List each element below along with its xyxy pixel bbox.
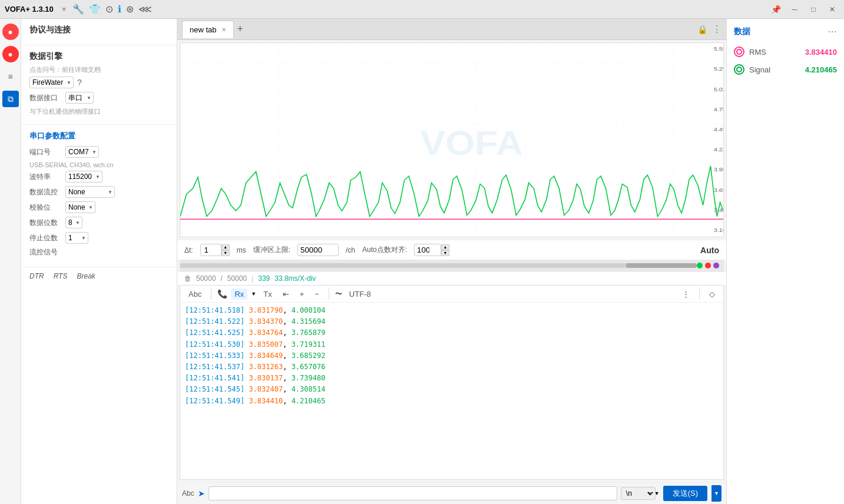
- shirt-icon[interactable]: 👕: [89, 4, 101, 15]
- sidebar-section-connection: 协议与连接: [21, 19, 177, 45]
- auto-align-down[interactable]: ▼: [441, 250, 449, 256]
- right-panel: 数据 ⋯ RMS 3.834410 Signal 4.210465: [726, 19, 844, 504]
- minus-button[interactable]: −: [311, 289, 323, 300]
- monitor-icon[interactable]: ≡: [2, 68, 19, 85]
- toolbar-sep-2: [329, 288, 329, 300]
- tab-lock-icon[interactable]: 🔒: [697, 25, 707, 34]
- input-bar: Abc ➤ \n \r\n None ▼ 发送(S) ▼: [177, 482, 726, 504]
- win-controls: 📌 ─ □ ✕: [769, 2, 839, 16]
- engine-label: 数据引擎: [29, 51, 168, 62]
- monitor-more-button[interactable]: ⋮: [678, 289, 693, 300]
- minimize-button[interactable]: ─: [787, 2, 802, 16]
- pin-button[interactable]: 📌: [769, 2, 783, 16]
- stopbits-select[interactable]: 1 1.52: [65, 232, 88, 244]
- input-arrow-icon[interactable]: ➤: [198, 489, 205, 498]
- clear-button[interactable]: ◇: [706, 289, 719, 300]
- engine-row: FireWater JustFloat RawData ?: [29, 77, 168, 88]
- camera-icon[interactable]: ⊙: [105, 4, 113, 15]
- interface-select[interactable]: 串口 TCP UDP: [65, 92, 94, 104]
- newline-select[interactable]: \n \r\n None: [621, 487, 656, 500]
- connection-icon[interactable]: ●: [2, 24, 19, 40]
- title-sep: ▼: [61, 5, 68, 14]
- auto-align-up[interactable]: ▲: [441, 244, 449, 250]
- baud-select[interactable]: 115200 9600 230400: [65, 171, 102, 183]
- log-val1-5: 3.831263: [249, 363, 283, 371]
- right-panel-more-button[interactable]: ⋯: [828, 26, 837, 37]
- tab-more-icon[interactable]: ⋮: [712, 24, 721, 35]
- log-line-7: [12:51:41.545] 3.832407, 4.308514: [185, 384, 719, 395]
- delta-t-down[interactable]: ▼: [221, 250, 230, 256]
- svg-point-24: [737, 49, 742, 54]
- status-sep1: /: [220, 274, 222, 283]
- buffer-unit: /ch: [346, 246, 355, 254]
- port-select-wrap: COM7 COM1 COM3: [65, 146, 99, 158]
- arrows-icon[interactable]: ⋘: [138, 4, 152, 15]
- encoding-button[interactable]: UTF-8: [346, 289, 375, 300]
- engine-help-button[interactable]: ?: [77, 78, 82, 87]
- rx-dropdown-icon[interactable]: ▼: [251, 291, 256, 297]
- tabbar: new tab ✕ + 🔒 ⋮: [177, 19, 726, 40]
- input-abc-label: Abc: [182, 489, 194, 498]
- port-select[interactable]: COM7 COM1 COM3: [65, 146, 99, 158]
- tab-close-button[interactable]: ✕: [221, 26, 226, 33]
- log-time-1: [12:51:41.522]: [185, 317, 244, 326]
- log-val1-3: 3.835007: [249, 340, 283, 349]
- log-val1-8: 3.834410: [249, 397, 283, 405]
- rx-button[interactable]: Rx: [231, 289, 247, 300]
- format-icon-button[interactable]: ⇤: [279, 289, 293, 300]
- delta-t-up[interactable]: ▲: [221, 244, 230, 250]
- scroll-thumb[interactable]: [626, 263, 697, 268]
- info-icon[interactable]: ℹ: [118, 4, 121, 15]
- wrench-icon[interactable]: 🔧: [72, 4, 84, 15]
- databits-select[interactable]: 8 567: [65, 217, 82, 228]
- log-val1-1: 3.834370: [249, 317, 283, 326]
- log-val1-0: 3.831790: [249, 306, 283, 314]
- close-button[interactable]: ✕: [825, 2, 839, 16]
- record-icon[interactable]: ●: [2, 46, 19, 62]
- log-time-5: [12:51:41.537]: [185, 363, 244, 371]
- layers-icon[interactable]: ⧉: [2, 91, 19, 107]
- fingerprint-icon[interactable]: ⊛: [126, 4, 134, 15]
- maximize-button[interactable]: □: [806, 2, 820, 16]
- signal-ring-icon: [736, 66, 743, 73]
- new-tab-button[interactable]: +: [237, 23, 244, 35]
- svg-text:3.695: 3.695: [714, 187, 723, 193]
- sidebar-section-serial: 串口参数配置 端口号 COM7 COM1 COM3 USB-SERIAL CH3…: [21, 125, 177, 267]
- scroll-track[interactable]: [180, 263, 697, 268]
- flow-label: 数据流控: [29, 187, 62, 197]
- right-panel-title: 数据: [734, 26, 750, 37]
- trash-icon[interactable]: 🗑: [184, 274, 191, 283]
- flow-select[interactable]: None XON/XOFF RTS/CTS: [65, 186, 115, 198]
- flow-select-wrap: None XON/XOFF RTS/CTS: [65, 186, 115, 198]
- signal-icon: [734, 64, 744, 75]
- interface-row: 数据接口 串口 TCP UDP: [29, 92, 168, 104]
- dtr-button[interactable]: DTR: [29, 272, 44, 280]
- log-line-6: [12:51:41.541] 3.830137, 3.739480: [185, 373, 719, 384]
- break-button[interactable]: Break: [77, 272, 95, 280]
- dot-red[interactable]: [705, 263, 711, 268]
- dot-purple[interactable]: [713, 263, 719, 268]
- input-field[interactable]: [208, 486, 617, 500]
- engine-select[interactable]: FireWater JustFloat RawData: [29, 77, 74, 88]
- serial-config-title: 串口参数配置: [29, 131, 168, 141]
- section-connection-title: 协议与连接: [29, 25, 168, 35]
- log-line-4: [12:51:41.533] 3.834649, 3.685292: [185, 350, 719, 362]
- rms-label: RMS: [749, 48, 779, 57]
- dot-green[interactable]: [697, 263, 703, 268]
- abc-format-button[interactable]: Abc: [185, 289, 205, 300]
- buffer-label: 缓冲区上限:: [253, 245, 290, 255]
- log-val2-4: 3.685292: [292, 352, 326, 360]
- buffer-input[interactable]: [297, 244, 339, 256]
- auto-align-input[interactable]: [414, 244, 441, 256]
- plus-button[interactable]: +: [296, 289, 308, 300]
- rms-ring-icon: [736, 48, 743, 55]
- delta-t-input[interactable]: [200, 244, 221, 256]
- tab-new-tab[interactable]: new tab ✕: [182, 21, 234, 38]
- tx-button[interactable]: Tx: [260, 289, 275, 300]
- send-dropdown-icon[interactable]: ▼: [711, 485, 721, 502]
- rts-button[interactable]: RTS: [54, 272, 68, 280]
- port-label: 端口号: [29, 147, 62, 157]
- send-button[interactable]: 发送(S): [663, 486, 707, 501]
- svg-text:4.227: 4.227: [714, 147, 723, 152]
- parity-select[interactable]: None Odd Even: [65, 201, 95, 213]
